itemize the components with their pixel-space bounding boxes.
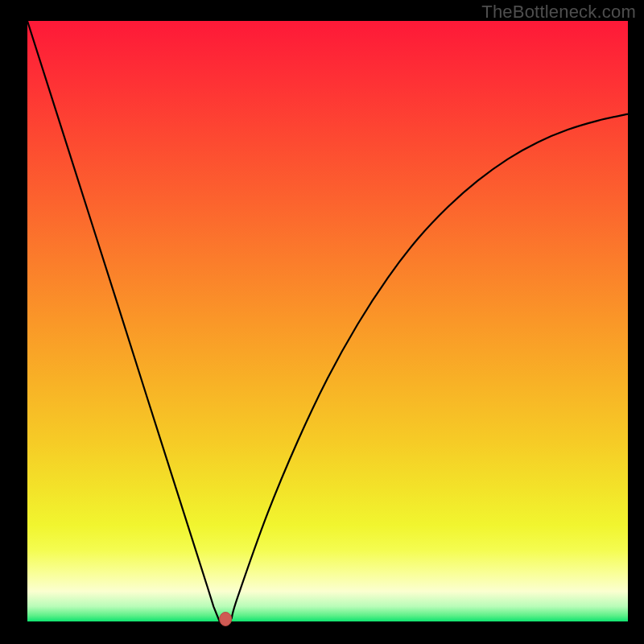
watermark-text: TheBottleneck.com (481, 2, 636, 23)
optimal-marker (220, 613, 232, 626)
bottleneck-chart (0, 0, 644, 644)
chart-frame: TheBottleneck.com (0, 0, 644, 644)
chart-background (27, 21, 628, 621)
